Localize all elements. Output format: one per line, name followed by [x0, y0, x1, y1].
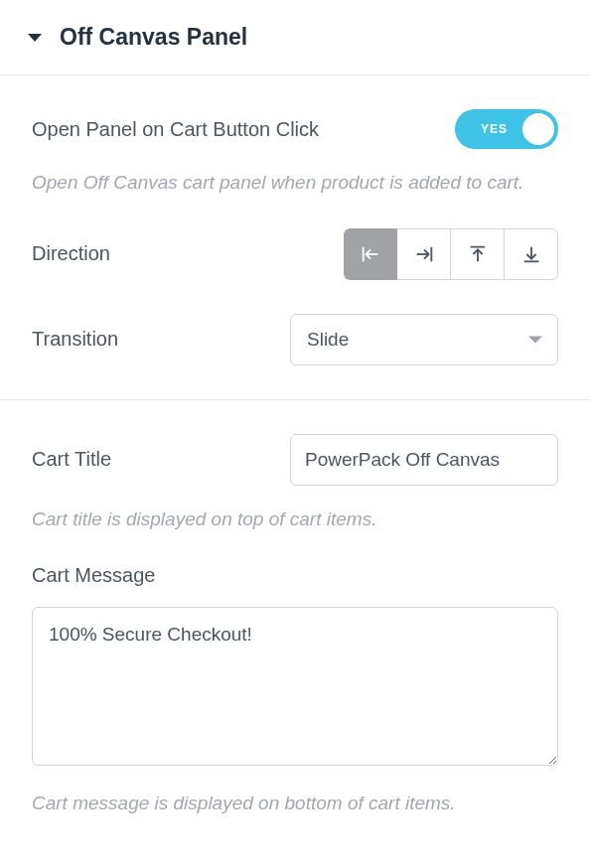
cart-title-desc: Cart title is displayed on top of cart i… [32, 506, 558, 533]
transition-label: Transition [32, 328, 118, 351]
open-on-click-desc: Open Off Canvas cart panel when product … [32, 169, 558, 197]
direction-right-button[interactable] [397, 228, 451, 280]
arrow-left-to-line-icon [360, 243, 381, 265]
direction-left-button[interactable] [344, 228, 397, 280]
transition-select[interactable]: Slide [290, 314, 558, 365]
arrow-up-to-line-icon [467, 243, 489, 265]
direction-label: Direction [32, 242, 110, 265]
section-header[interactable]: Off Canvas Panel [0, 0, 590, 75]
toggle-knob [522, 113, 554, 145]
cart-message-label: Cart Message [32, 564, 558, 587]
section-title: Off Canvas Panel [60, 24, 247, 51]
toggle-state-label: YES [481, 122, 508, 136]
direction-top-button[interactable] [451, 228, 505, 280]
caret-down-icon [28, 34, 42, 42]
direction-button-group [344, 228, 558, 280]
cart-title-input[interactable] [290, 434, 558, 486]
cart-message-desc: Cart message is displayed on bottom of c… [32, 790, 558, 817]
cart-message-textarea[interactable] [32, 607, 558, 766]
open-on-click-label: Open Panel on Cart Button Click [32, 118, 319, 141]
open-on-click-toggle[interactable]: YES [455, 109, 558, 149]
cart-title-label: Cart Title [32, 448, 111, 471]
divider [0, 399, 590, 400]
off-canvas-panel: Off Canvas Panel Open Panel on Cart Butt… [0, 0, 590, 839]
direction-bottom-button[interactable] [505, 228, 558, 280]
arrow-down-to-line-icon [520, 243, 542, 265]
arrow-right-to-line-icon [413, 243, 435, 265]
section-body: Open Panel on Cart Button Click YES Open… [0, 75, 590, 839]
